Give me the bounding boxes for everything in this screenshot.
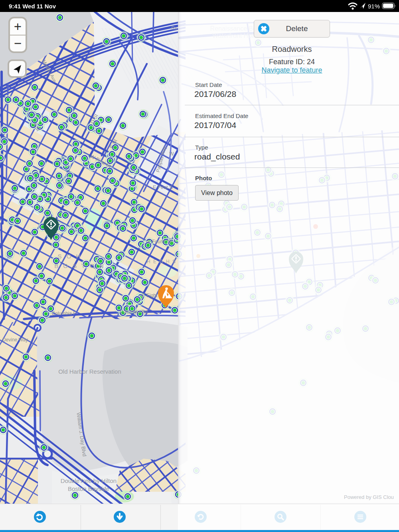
svg-text:Boston Bayside: Boston Bayside bbox=[68, 485, 109, 492]
svg-text:W: W bbox=[169, 151, 174, 157]
svg-text:B O S T O N: B O S T O N bbox=[54, 262, 105, 269]
svg-text:E Eight: E Eight bbox=[142, 293, 158, 298]
svg-text:Old Harbor Reservation: Old Harbor Reservation bbox=[58, 368, 121, 375]
svg-text:H E G H S: H E G H S bbox=[147, 259, 176, 264]
svg-text:Devine Way: Devine Way bbox=[2, 337, 28, 343]
svg-text:Re: Re bbox=[171, 26, 178, 31]
svg-text:E First S: E First S bbox=[153, 184, 173, 190]
svg-text:DoubleTree by Hilton: DoubleTree by Hilton bbox=[61, 477, 117, 484]
svg-text:E Fourth St: E Fourth St bbox=[148, 239, 172, 244]
svg-text:Columbia Rd: Columbia Rd bbox=[120, 309, 147, 315]
svg-text:Columbia F: Columbia F bbox=[51, 311, 76, 316]
svg-text:S O H: S O H bbox=[58, 253, 82, 260]
